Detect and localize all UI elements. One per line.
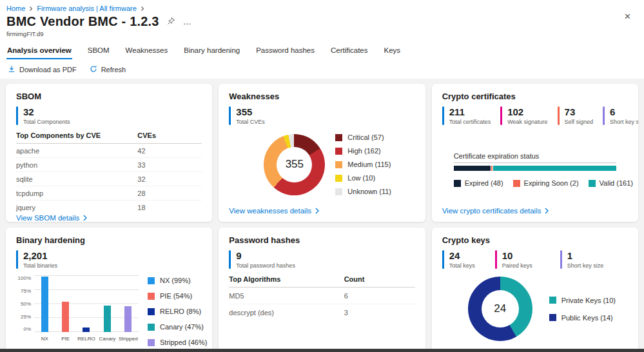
sbom-total-label: Total Components xyxy=(23,119,70,125)
password-hashes-card: Password hashes 9 Total password hashes … xyxy=(219,228,425,352)
breadcrumb-home[interactable]: Home xyxy=(6,5,25,12)
certificate-expiration-section: Certificate expiration status Expired (4… xyxy=(454,152,616,187)
legend-swatch xyxy=(454,180,461,187)
x-label-RELRO: RELRO xyxy=(76,336,97,342)
weaknesses-donut-chart: 355 xyxy=(264,134,325,195)
table-row: apache42 xyxy=(16,144,202,158)
legend-swatch xyxy=(148,308,155,315)
sbom-card-title: SBOM xyxy=(16,92,202,101)
stat-accent-bar xyxy=(603,106,605,125)
hardening-total-label: Total binaries xyxy=(23,262,57,269)
hashes-total-value: 9 xyxy=(236,250,295,261)
legend-swatch xyxy=(148,277,155,284)
tab-sbom[interactable]: SBOM xyxy=(87,43,110,59)
view-crypto-certificates-details-link[interactable]: View crypto certificates details xyxy=(442,207,628,215)
tab-bar: Analysis overview SBOM Weaknesses Binary… xyxy=(6,43,635,59)
weaknesses-total-label: Total CVEs xyxy=(236,119,265,125)
legend-swatch xyxy=(335,134,342,141)
legend-swatch xyxy=(549,314,556,321)
legend-swatch xyxy=(589,180,596,187)
tab-weaknesses[interactable]: Weaknesses xyxy=(125,43,169,59)
tab-keys[interactable]: Keys xyxy=(384,43,402,59)
legend-swatch xyxy=(335,148,342,155)
plot-area xyxy=(34,275,139,332)
page-title: BMC Vendor BMC - 1.2.3 xyxy=(6,14,159,29)
chevron-right-icon xyxy=(140,6,145,12)
sbom-table: Top Components by CVE CVEs apache42 pyth… xyxy=(16,132,202,214)
download-pdf-label: Download as PDF xyxy=(19,66,77,73)
keys-card-title: Crypto keys xyxy=(442,235,628,245)
table-row: descrypt (des)3 xyxy=(229,304,415,320)
table-row: python33 xyxy=(16,158,202,172)
table-row: jquery18 xyxy=(16,200,202,214)
window-bottom-edge xyxy=(0,349,644,352)
x-axis-labels: NXPIERELROCanaryStripped xyxy=(34,336,139,342)
tab-analysis-overview[interactable]: Analysis overview xyxy=(6,43,72,59)
weaknesses-legend: Critical (57) High (162) Medium (115) Lo… xyxy=(335,133,391,195)
sbom-total-value: 32 xyxy=(23,106,70,117)
legend-swatch xyxy=(549,297,556,304)
binary-hardening-card: Binary hardening 2,201 Total binaries 10… xyxy=(6,228,212,352)
refresh-button[interactable]: Refresh xyxy=(90,65,126,74)
table-row: sqlite32 xyxy=(16,172,202,186)
tab-certificates[interactable]: Certificates xyxy=(330,43,369,59)
hashes-col-algorithms: Top Algorithms xyxy=(229,275,344,283)
chevron-right-icon xyxy=(28,6,34,12)
firmware-filename: firmimgFIT.d9 xyxy=(6,30,635,37)
x-label-Stripped: Stripped xyxy=(118,336,139,342)
stat-accent-bar xyxy=(442,106,444,125)
stack-segment xyxy=(454,166,491,171)
sbom-card: SBOM 32 Total Components Top Components … xyxy=(6,84,212,222)
chevron-right-icon xyxy=(314,208,320,214)
bar-Stripped xyxy=(124,306,132,332)
download-icon xyxy=(8,65,15,74)
legend-swatch xyxy=(335,188,342,195)
stat-accent-bar xyxy=(16,106,18,125)
bar-Canary xyxy=(104,306,111,332)
cards-grid: SBOM 32 Total Components Top Components … xyxy=(0,79,644,352)
legend-swatch xyxy=(335,175,342,182)
stat-accent-bar xyxy=(495,250,497,269)
chevron-right-icon xyxy=(82,215,88,221)
tab-password-hashes[interactable]: Password hashes xyxy=(255,43,315,59)
tab-binary-hardening[interactable]: Binary hardening xyxy=(183,43,240,59)
legend-swatch xyxy=(148,293,155,300)
table-row: MD56 xyxy=(229,288,415,304)
close-icon[interactable]: ✕ xyxy=(624,12,631,21)
legend-swatch xyxy=(513,180,520,187)
view-sbom-details-link[interactable]: View SBOM details xyxy=(16,214,202,222)
keys-legend: Private Keys (10) Public Keys (14) xyxy=(549,297,616,322)
weaknesses-card-title: Weaknesses xyxy=(229,92,415,101)
hashes-col-count: Count xyxy=(344,275,415,283)
breadcrumb-firmware-analysis[interactable]: Firmware analysis | All firmware xyxy=(37,5,136,12)
stack-segment xyxy=(493,166,616,171)
breadcrumb: Home Firmware analysis | All firmware xyxy=(6,5,635,12)
view-weaknesses-details-link[interactable]: View weaknesses details xyxy=(229,207,415,215)
certificates-card-title: Crypto certificates xyxy=(442,92,628,101)
donut-center-value: 24 xyxy=(494,302,506,315)
weaknesses-total-value: 355 xyxy=(236,106,265,117)
expiration-legend: Expired (48) Expiring Soon (2) Valid (16… xyxy=(454,179,616,187)
download-pdf-button[interactable]: Download as PDF xyxy=(8,65,77,74)
hashes-total-label: Total password hashes xyxy=(236,262,295,269)
more-options-icon[interactable]: … xyxy=(183,19,192,24)
stat-accent-bar xyxy=(229,250,231,269)
pin-icon[interactable] xyxy=(167,16,175,28)
table-row: tcpdump28 xyxy=(16,186,202,200)
hardening-bar-chart: 100% 75% 50% 25% 0% NXPIERELROCanaryStri… xyxy=(16,275,202,346)
x-label-Canary: Canary xyxy=(97,336,117,342)
hardening-total-value: 2,201 xyxy=(23,250,57,261)
keys-donut-chart: 24 xyxy=(468,277,532,341)
sbom-col-components: Top Components by CVE xyxy=(16,132,137,139)
weaknesses-card: Weaknesses 355 Total CVEs 355 Critical (… xyxy=(219,84,425,222)
stat-accent-bar xyxy=(442,250,444,269)
toolbar: Download as PDF Refresh xyxy=(6,59,635,74)
expiration-status-title: Certificate expiration status xyxy=(454,152,616,163)
crypto-keys-card: Crypto keys 24Total keys 10Paired keys 1… xyxy=(432,228,638,352)
stat-accent-bar xyxy=(560,250,562,269)
bar-PIE xyxy=(62,302,69,332)
donut-center-value: 355 xyxy=(286,158,304,171)
refresh-icon xyxy=(90,65,97,74)
bar-RELRO xyxy=(83,328,90,332)
bar-NX xyxy=(41,277,48,332)
